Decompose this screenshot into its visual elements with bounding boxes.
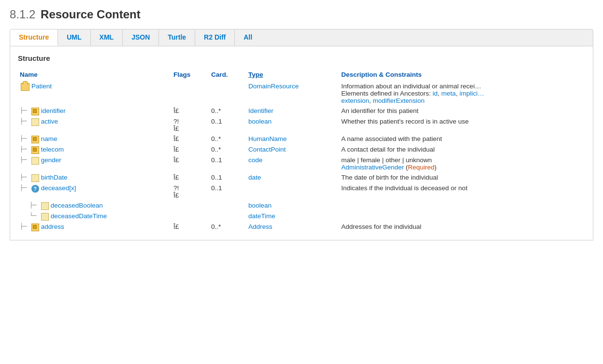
col-card: Card. — [209, 69, 246, 81]
card-name: 0..* — [209, 134, 246, 144]
card-deceaseddt — [209, 211, 246, 222]
table-row: ├─ birthDate Î£ 0..1 date The date of bi… — [18, 172, 585, 183]
table-row: ├─ gender Î£ 0..1 code male | female | o… — [18, 155, 585, 172]
desc-telecom: A contact detail for the individual — [339, 144, 585, 155]
field-icon — [41, 202, 49, 210]
tab-uml[interactable]: UML — [58, 29, 90, 46]
box-icon — [31, 136, 39, 143]
page-title: 8.1.2 Resource Content — [10, 8, 593, 21]
field-icon — [31, 118, 39, 126]
table-row: ├─ active ?!Î£ 0..1 boolean Whether this… — [18, 116, 585, 134]
flags-patient — [172, 81, 209, 106]
type-patient: DomainResource — [246, 81, 339, 106]
card-deceasedx: 0..1 — [209, 183, 246, 200]
flags-name: Î£ — [172, 134, 209, 144]
name-cell-address: ├─ address — [18, 222, 172, 232]
name-cell-birthdate: ├─ birthDate — [18, 172, 172, 183]
name-cell-gender: ├─ gender — [18, 155, 172, 172]
desc-name: A name associated with the patient — [339, 134, 585, 144]
desc-deceasedbool — [339, 200, 585, 211]
table-row: Patient DomainResource Information about… — [18, 81, 585, 106]
tab-structure[interactable]: Structure — [10, 29, 58, 46]
type-deceasedx — [246, 183, 339, 200]
flags-active: ?!Î£ — [172, 116, 209, 134]
flags-telecom: Î£ — [172, 144, 209, 155]
tab-turtle[interactable]: Turtle — [159, 29, 195, 46]
name-cell-deceasedbool: ├─ deceasedBoolean — [18, 200, 172, 211]
flags-identifier: Î£ — [172, 106, 209, 116]
flags-address: Î£ — [172, 222, 209, 232]
table-row: ├─ address Î£ 0..* Address Addresses for… — [18, 222, 585, 232]
question-icon: ? — [31, 185, 39, 193]
field-icon — [31, 157, 39, 165]
col-desc: Description & Constraints — [339, 69, 585, 81]
tab-content: Structure Name Flags Card. Type Descript… — [10, 46, 593, 240]
card-birthdate: 0..1 — [209, 172, 246, 183]
desc-address: Addresses for the individual — [339, 222, 585, 232]
desc-birthdate: The date of birth for the individual — [339, 172, 585, 183]
desc-deceasedx: Indicates if the individual is deceased … — [339, 183, 585, 200]
tab-json[interactable]: JSON — [123, 29, 159, 46]
tab-xml[interactable]: XML — [91, 29, 123, 46]
desc-deceaseddt — [339, 211, 585, 222]
table-row: ├─ telecom Î£ 0..* ContactPoint A contac… — [18, 144, 585, 155]
name-cell-telecom: ├─ telecom — [18, 144, 172, 155]
name-link-birthdate[interactable]: birthDate — [41, 174, 68, 181]
table-row: ├─ deceasedBoolean boolean — [18, 200, 585, 211]
type-name: HumanName — [246, 134, 339, 144]
flags-deceasedx: ?!Î£ — [172, 183, 209, 200]
name-cell-deceasedx: ├─ ? deceased[x] — [18, 183, 172, 200]
table-row: ├─ ? deceased[x] ?!Î£ 0..1 Indicates if … — [18, 183, 585, 200]
name-link-deceasedx[interactable]: deceased[x] — [41, 184, 76, 192]
table-row: ├─ identifier Î£ 0..* Identifier An iden… — [18, 106, 585, 116]
type-deceasedbool: boolean — [246, 200, 339, 211]
type-gender: code — [246, 155, 339, 172]
tab-all[interactable]: All — [235, 29, 261, 46]
card-gender: 0..1 — [209, 155, 246, 172]
name-cell-deceaseddt: └─ deceasedDateTime — [18, 211, 172, 222]
type-telecom: ContactPoint — [246, 144, 339, 155]
name-link-patient[interactable]: Patient — [31, 83, 52, 90]
root-icon — [21, 83, 29, 91]
tab-r2diff[interactable]: R2 Diff — [195, 29, 235, 46]
name-link-name[interactable]: name — [41, 135, 57, 142]
desc-gender: male | female | other | unknown Administ… — [339, 155, 585, 172]
name-link-deceaseddt[interactable]: deceasedDateTime — [51, 212, 107, 220]
box-icon — [31, 146, 39, 154]
flags-birthdate: Î£ — [172, 172, 209, 183]
name-link-identifier[interactable]: identifier — [41, 107, 66, 114]
box-icon — [31, 108, 39, 115]
name-link-address[interactable]: address — [41, 223, 64, 230]
field-icon — [31, 174, 39, 182]
structure-table: Name Flags Card. Type Description & Cons… — [18, 69, 585, 232]
col-type: Type — [246, 69, 339, 81]
desc-active: Whether this patient's record is in acti… — [339, 116, 585, 134]
card-patient — [209, 81, 246, 106]
name-cell-patient: Patient — [18, 81, 172, 106]
box-icon — [31, 224, 39, 231]
type-address: Address — [246, 222, 339, 232]
name-cell-active: ├─ active — [18, 116, 172, 134]
table-row: ├─ name Î£ 0..* HumanName A name associa… — [18, 134, 585, 144]
structure-heading: Structure — [18, 54, 585, 62]
name-link-gender[interactable]: gender — [41, 156, 61, 164]
field-icon — [41, 213, 49, 221]
name-link-telecom[interactable]: telecom — [41, 146, 64, 153]
name-cell-name: ├─ name — [18, 134, 172, 144]
card-active: 0..1 — [209, 116, 246, 134]
card-telecom: 0..* — [209, 144, 246, 155]
type-active: boolean — [246, 116, 339, 134]
name-link-deceasedbool[interactable]: deceasedBoolean — [51, 202, 103, 209]
card-deceasedbool — [209, 200, 246, 211]
col-flags: Flags — [172, 69, 209, 81]
table-row: └─ deceasedDateTime dateTime — [18, 211, 585, 222]
desc-identifier: An identifier for this patient — [339, 106, 585, 116]
name-cell-identifier: ├─ identifier — [18, 106, 172, 116]
type-identifier: Identifier — [246, 106, 339, 116]
name-link-active[interactable]: active — [41, 118, 58, 125]
type-deceaseddt: dateTime — [246, 211, 339, 222]
col-name: Name — [18, 69, 172, 81]
card-address: 0..* — [209, 222, 246, 232]
type-birthdate: date — [246, 172, 339, 183]
flags-deceasedbool — [172, 200, 209, 211]
